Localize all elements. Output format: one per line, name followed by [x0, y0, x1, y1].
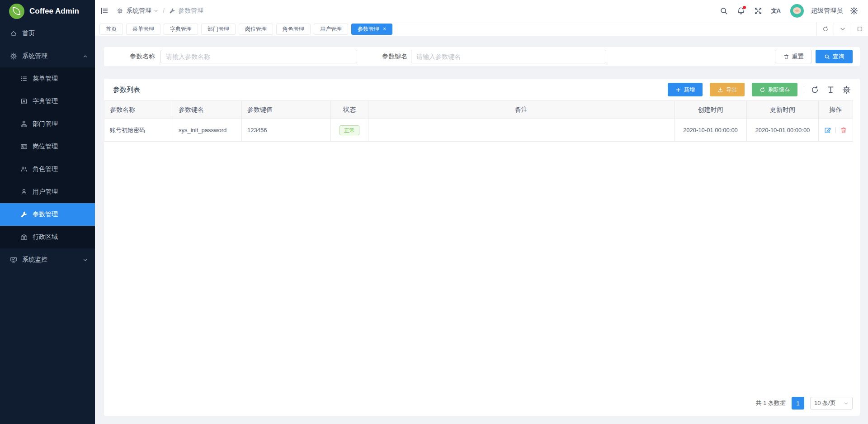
row-height-icon[interactable] [826, 86, 835, 94]
param-name-field: 参数名称 [111, 50, 357, 63]
refresh-tab-button[interactable] [816, 22, 834, 36]
sidebar-item-label: 系统监控 [22, 256, 47, 264]
chevron-down-icon [844, 401, 849, 406]
menu-fold-icon[interactable] [100, 7, 108, 15]
topbar-actions: 文A 超级管理员 [720, 4, 858, 18]
col-param-name: 参数名称 [104, 101, 173, 119]
avatar[interactable] [790, 4, 804, 18]
tab-dict-management[interactable]: 字典管理 [164, 24, 198, 35]
delete-icon[interactable] [840, 127, 847, 134]
user-name[interactable]: 超级管理员 [811, 7, 843, 15]
chevron-down-icon [154, 9, 158, 13]
fullscreen-icon[interactable] [754, 7, 762, 15]
tab-home[interactable]: 首页 [99, 24, 123, 35]
close-icon[interactable]: × [383, 26, 386, 32]
sidebar-item-role-management[interactable]: 角色管理 [0, 158, 95, 181]
empty-space [104, 142, 860, 397]
tab-dept-management[interactable]: 部门管理 [201, 24, 236, 35]
param-name-label: 参数名称 [111, 52, 160, 61]
card-title: 参数列表 [113, 86, 140, 94]
sidebar-item-menu-management[interactable]: 菜单管理 [0, 67, 95, 90]
gear-icon [117, 8, 123, 14]
breadcrumb-page: 参数管理 [169, 7, 203, 15]
sidebar-submenu: 菜单管理 字典管理 部门管理 岗位管理 角色管理 [0, 67, 95, 248]
card-actions: 新增 导出 刷新缓存 [668, 83, 851, 96]
content-area: 参数名称 参数键名 重置 查询 [95, 36, 868, 424]
cell-status: 正常 [331, 119, 368, 142]
breadcrumb-separator: / [163, 7, 165, 14]
cell-create-time: 2020-10-01 00:00:00 [675, 119, 747, 142]
app-root: Coffee Admin 首页 系统管理 菜单管理 字典管理 [0, 0, 868, 424]
plus-icon [675, 87, 681, 93]
settings-gear-icon[interactable] [850, 7, 858, 15]
cell-update-time: 2020-10-01 00:00:00 [747, 119, 819, 142]
col-status: 状态 [331, 101, 368, 119]
column-settings-gear-icon[interactable] [842, 86, 851, 94]
sidebar: Coffee Admin 首页 系统管理 菜单管理 字典管理 [0, 0, 95, 424]
sidebar-item-label: 岗位管理 [33, 143, 58, 151]
maximize-content-button[interactable] [851, 22, 868, 36]
app-title: Coffee Admin [29, 7, 79, 16]
query-button[interactable]: 查询 [816, 50, 853, 63]
sidebar-item-param-management[interactable]: 参数管理 [0, 203, 95, 226]
tab-post-management[interactable]: 岗位管理 [239, 24, 273, 35]
tab-param-management[interactable]: 参数管理 × [351, 24, 392, 35]
col-remark: 备注 [368, 101, 675, 119]
param-key-field: 参数键名 [371, 50, 606, 63]
status-badge: 正常 [340, 125, 359, 135]
maximize-icon [857, 26, 863, 32]
sidebar-item-label: 参数管理 [33, 210, 58, 219]
breadcrumb-section[interactable]: 系统管理 [126, 7, 158, 15]
sidebar-item-label: 菜单管理 [33, 75, 58, 83]
tab-role-management[interactable]: 角色管理 [276, 24, 311, 35]
page-number-button[interactable]: 1 [792, 397, 804, 410]
badge-icon [20, 143, 28, 150]
refresh-icon [760, 87, 765, 93]
tab-list-dropdown-button[interactable] [834, 22, 851, 36]
sidebar-item-system-management[interactable]: 系统管理 [0, 45, 95, 67]
app-logo[interactable]: Coffee Admin [0, 0, 95, 22]
tab-user-management[interactable]: 用户管理 [314, 24, 348, 35]
bank-icon [20, 233, 28, 241]
search-icon[interactable] [720, 7, 728, 15]
reset-button[interactable]: 重置 [775, 50, 812, 63]
sidebar-item-user-management[interactable]: 用户管理 [0, 181, 95, 203]
col-update-time: 更新时间 [747, 101, 819, 119]
sidebar-item-system-monitor[interactable]: 系统监控 [0, 248, 95, 271]
param-name-input[interactable] [160, 50, 357, 63]
tab-tools [816, 22, 868, 36]
notifications-button[interactable] [737, 7, 745, 15]
add-button[interactable]: 新增 [668, 83, 703, 96]
home-icon [10, 30, 17, 37]
translate-icon[interactable]: 文A [771, 7, 780, 15]
page-size-select[interactable]: 10 条/页 [810, 397, 853, 410]
search-buttons: 重置 查询 [775, 50, 853, 63]
cell-param-key: sys_init_password [173, 119, 242, 142]
divider [835, 127, 836, 133]
card-header: 参数列表 新增 导出 刷新缓存 [104, 79, 860, 100]
sidebar-item-dict-management[interactable]: 字典管理 [0, 90, 95, 113]
col-param-key: 参数键名 [173, 101, 242, 119]
user-icon [20, 188, 28, 195]
param-key-label: 参数键名 [371, 52, 411, 61]
refresh-table-icon[interactable] [811, 86, 819, 94]
sidebar-item-label: 首页 [22, 29, 35, 38]
wrench-icon [169, 8, 175, 14]
export-button[interactable]: 导出 [710, 83, 745, 96]
roles-icon [20, 166, 28, 173]
trash-icon [783, 54, 789, 60]
dictionary-icon [20, 98, 28, 105]
edit-icon[interactable] [824, 127, 831, 134]
tab-menu-management[interactable]: 菜单管理 [126, 24, 160, 35]
param-key-input[interactable] [411, 50, 606, 63]
sidebar-item-dept-management[interactable]: 部门管理 [0, 113, 95, 135]
list-icon [20, 75, 28, 82]
sidebar-item-home[interactable]: 首页 [0, 22, 95, 45]
col-actions: 操作 [819, 101, 853, 119]
pagination: 共 1 条数据 1 10 条/页 [104, 397, 860, 416]
topbar: 系统管理 / 参数管理 文A 超级管理员 [95, 0, 868, 22]
sidebar-item-post-management[interactable]: 岗位管理 [0, 135, 95, 158]
refresh-cache-button[interactable]: 刷新缓存 [752, 83, 797, 96]
download-icon [717, 87, 723, 93]
sidebar-item-admin-region[interactable]: 行政区域 [0, 226, 95, 248]
